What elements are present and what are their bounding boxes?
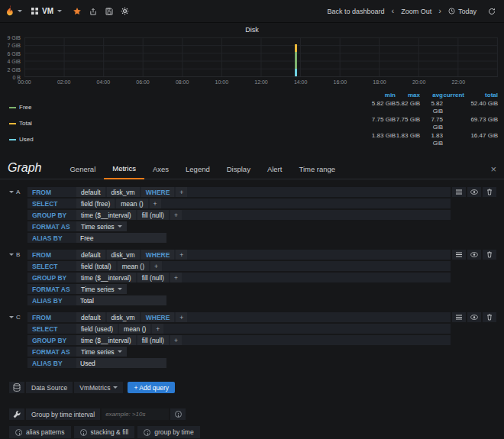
where-keyword[interactable]: WHERE bbox=[141, 250, 175, 260]
query-toggle-visibility-button[interactable] bbox=[467, 187, 481, 197]
legend-series-total[interactable]: Total bbox=[9, 116, 365, 131]
query-menu-button[interactable] bbox=[452, 187, 466, 197]
legend-col-max[interactable]: max bbox=[396, 92, 420, 99]
query-delete-button[interactable] bbox=[483, 312, 496, 322]
retention-policy-part[interactable]: default bbox=[76, 312, 105, 322]
select-field-part[interactable]: field (used) bbox=[76, 324, 118, 334]
select-aggregation-part[interactable]: mean () bbox=[119, 324, 150, 334]
add-select-part-button[interactable]: + bbox=[150, 199, 161, 208]
stacking-fill-help-button[interactable]: stacking & fill bbox=[74, 426, 135, 438]
trash-icon bbox=[486, 189, 493, 195]
query-row-c: C FROM default disk_vm WHERE + bbox=[9, 312, 496, 368]
alias-input[interactable] bbox=[76, 233, 166, 243]
add-query-button[interactable]: + Add query bbox=[128, 382, 175, 393]
dashboard-picker[interactable]: VM bbox=[24, 0, 69, 23]
tab-axes[interactable]: Axes bbox=[144, 160, 177, 179]
settings-button[interactable] bbox=[117, 0, 133, 23]
format-as-row: FORMAT AS Time series bbox=[27, 221, 127, 231]
format-as-select[interactable]: Time series bbox=[76, 284, 127, 294]
query-delete-button[interactable] bbox=[483, 250, 496, 260]
group-by-time-part[interactable]: time ($__interval) bbox=[76, 335, 136, 345]
star-button[interactable] bbox=[69, 0, 85, 23]
share-button[interactable] bbox=[85, 0, 101, 23]
alias-input[interactable] bbox=[76, 295, 166, 305]
group-by-keyword: GROUP BY bbox=[27, 335, 75, 345]
back-to-dashboard-link[interactable]: Back to dashboard bbox=[328, 8, 385, 15]
format-as-keyword: FORMAT AS bbox=[27, 284, 75, 294]
legend-col-current[interactable]: current bbox=[443, 92, 464, 99]
retention-policy-part[interactable]: default bbox=[76, 250, 105, 260]
interval-help-button[interactable] bbox=[170, 408, 186, 420]
x-axis-tick: 18:00 bbox=[373, 79, 386, 85]
query-toggle-visibility-button[interactable] bbox=[467, 312, 481, 322]
add-where-condition-button[interactable]: + bbox=[176, 187, 187, 197]
time-picker-button[interactable]: Today bbox=[448, 8, 477, 15]
save-button[interactable] bbox=[101, 0, 117, 23]
query-collapse-toggle[interactable]: C bbox=[9, 312, 27, 322]
panel-options-button[interactable] bbox=[9, 408, 24, 420]
tab-metrics[interactable]: Metrics bbox=[104, 159, 144, 179]
select-aggregation-part[interactable]: mean () bbox=[116, 199, 147, 208]
add-group-by-part-button[interactable]: + bbox=[170, 335, 182, 345]
select-aggregation-part[interactable]: mean () bbox=[118, 261, 149, 271]
alias-input[interactable] bbox=[76, 358, 166, 368]
query-menu-button[interactable] bbox=[452, 250, 466, 260]
datasource-select[interactable]: VmMetrics bbox=[74, 382, 123, 393]
legend-col-min[interactable]: min bbox=[365, 92, 396, 99]
time-shift-left-chevron[interactable]: ‹ bbox=[392, 7, 395, 15]
format-as-select[interactable]: Time series bbox=[76, 221, 127, 231]
legend-series-free[interactable]: Free bbox=[9, 100, 365, 115]
select-field-part[interactable]: field (total) bbox=[76, 261, 116, 271]
retention-policy-part[interactable]: default bbox=[76, 187, 105, 197]
measurement-part[interactable]: disk_vm bbox=[107, 312, 140, 322]
query-list: A FROM default disk_vm WHERE + bbox=[0, 179, 504, 368]
alias-patterns-help-button[interactable]: alias patterns bbox=[9, 426, 71, 438]
legend-series-used[interactable]: Used bbox=[9, 132, 365, 147]
group-by-time-part[interactable]: time ($__interval) bbox=[76, 210, 136, 220]
query-collapse-toggle[interactable]: A bbox=[9, 187, 27, 197]
add-select-part-button[interactable]: + bbox=[150, 261, 162, 271]
tab-alert[interactable]: Alert bbox=[259, 160, 291, 179]
panel-title[interactable]: Disk bbox=[0, 26, 504, 36]
add-group-by-part-button[interactable]: + bbox=[170, 273, 182, 282]
group-by-time-help-button[interactable]: group by time bbox=[137, 426, 200, 438]
measurement-part[interactable]: disk_vm bbox=[107, 187, 140, 197]
x-axis-tick: 16:00 bbox=[334, 79, 347, 85]
query-delete-button[interactable] bbox=[483, 187, 496, 197]
select-field-part[interactable]: field (free) bbox=[76, 199, 115, 208]
tab-legend[interactable]: Legend bbox=[177, 160, 218, 179]
group-by-fill-part[interactable]: fill (null) bbox=[137, 210, 169, 220]
where-keyword[interactable]: WHERE bbox=[141, 312, 175, 322]
refresh-button[interactable] bbox=[483, 0, 499, 23]
group-by-fill-part[interactable]: fill (null) bbox=[137, 335, 169, 345]
group-by-fill-part[interactable]: fill (null) bbox=[137, 273, 169, 282]
tab-time-range[interactable]: Time range bbox=[290, 160, 344, 179]
legend-value bbox=[443, 116, 464, 131]
tab-display[interactable]: Display bbox=[218, 160, 259, 179]
add-where-condition-button[interactable]: + bbox=[176, 312, 187, 322]
legend-col-avg[interactable]: avg bbox=[420, 92, 443, 99]
add-select-part-button[interactable]: + bbox=[152, 324, 163, 334]
time-shift-right-chevron[interactable]: › bbox=[438, 7, 441, 15]
query-actions bbox=[452, 187, 496, 197]
query-menu-button[interactable] bbox=[452, 312, 466, 322]
format-as-select[interactable]: Time series bbox=[76, 347, 127, 357]
plot-area[interactable] bbox=[24, 37, 498, 77]
group-by-time-interval-input[interactable] bbox=[102, 408, 169, 420]
query-toggle-visibility-button[interactable] bbox=[467, 250, 481, 260]
zoom-out-button[interactable]: Zoom Out bbox=[401, 8, 431, 15]
add-where-condition-button[interactable]: + bbox=[176, 250, 187, 260]
x-axis-tick: 04:00 bbox=[97, 79, 111, 85]
where-keyword[interactable]: WHERE bbox=[141, 187, 175, 197]
chevron-down-icon bbox=[18, 10, 22, 12]
tab-general[interactable]: General bbox=[61, 160, 104, 179]
group-by-time-part[interactable]: time ($__interval) bbox=[76, 273, 136, 282]
measurement-part[interactable]: disk_vm bbox=[107, 250, 140, 260]
add-group-by-part-button[interactable]: + bbox=[170, 210, 182, 220]
grafana-logo-button[interactable] bbox=[0, 0, 24, 23]
close-editor-icon[interactable]: × bbox=[490, 164, 496, 179]
legend-col-total[interactable]: total bbox=[464, 92, 498, 99]
datasource-icon-button[interactable] bbox=[9, 382, 24, 393]
y-axis-tick: 2 GiB bbox=[7, 66, 21, 72]
query-collapse-toggle[interactable]: B bbox=[9, 250, 27, 260]
